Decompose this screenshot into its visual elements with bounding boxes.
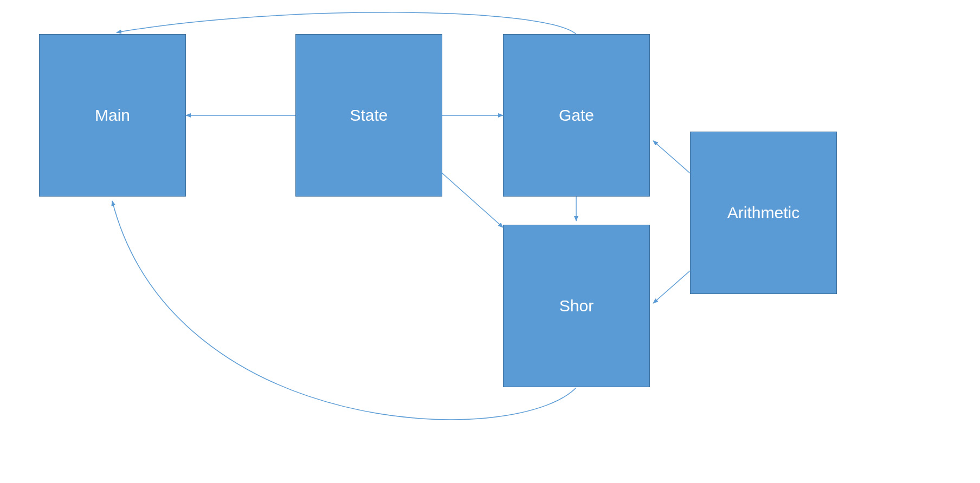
- arrow-gate-to-main: [117, 12, 576, 34]
- node-gate: Gate: [503, 34, 650, 197]
- node-arithmetic-label: Arithmetic: [727, 204, 800, 222]
- node-shor-label: Shor: [559, 297, 594, 315]
- node-arithmetic: Arithmetic: [690, 132, 837, 294]
- node-shor: Shor: [503, 225, 650, 387]
- node-main-label: Main: [95, 106, 130, 125]
- node-state-label: State: [350, 106, 388, 125]
- node-state: State: [295, 34, 442, 197]
- node-gate-label: Gate: [559, 106, 594, 125]
- arrow-arithmetic-to-shor: [653, 271, 690, 303]
- arrow-state-to-shor: [442, 173, 503, 227]
- diagram-canvas: Main State Gate Shor Arithmetic: [0, 0, 980, 483]
- arrow-arithmetic-to-gate: [653, 141, 690, 173]
- node-main: Main: [39, 34, 186, 197]
